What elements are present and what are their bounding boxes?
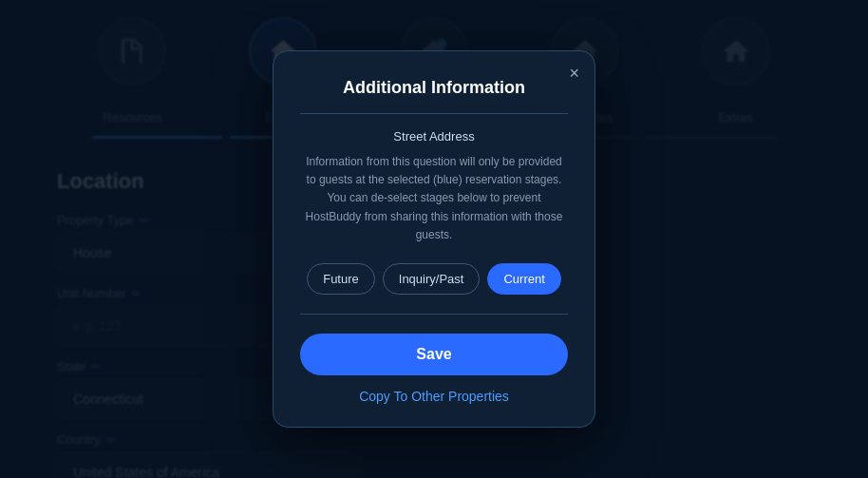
stage-button-inquiry-past[interactable]: Inquiry/Past (383, 263, 481, 295)
additional-information-modal: × Additional Information Street Address … (273, 50, 595, 428)
modal-subtitle: Street Address (300, 129, 568, 143)
modal-divider-bottom (300, 314, 568, 315)
modal-description: Information from this question will only… (300, 153, 568, 244)
copy-to-other-properties-link[interactable]: Copy To Other Properties (300, 389, 568, 404)
stage-button-current[interactable]: Current (487, 263, 560, 295)
modal-title: Additional Information (300, 78, 568, 98)
modal-close-button[interactable]: × (569, 65, 579, 82)
modal-overlay: × Additional Information Street Address … (0, 0, 868, 478)
save-button[interactable]: Save (300, 334, 568, 375)
stage-buttons-group: Future Inquiry/Past Current (300, 263, 568, 295)
modal-divider-top (300, 113, 568, 114)
stage-button-future[interactable]: Future (307, 263, 375, 295)
